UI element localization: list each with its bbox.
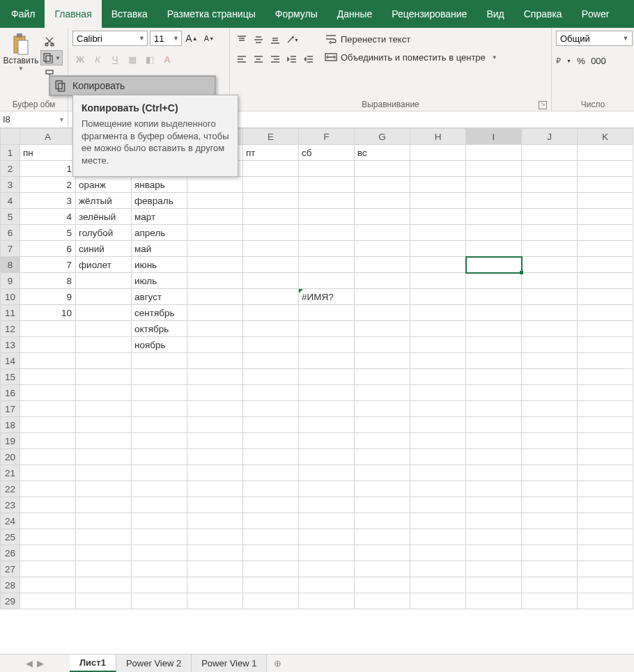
cell[interactable] bbox=[466, 161, 522, 177]
row-header[interactable]: 4 bbox=[1, 193, 20, 209]
cell[interactable]: #ИМЯ? bbox=[299, 289, 355, 305]
cell[interactable] bbox=[410, 465, 466, 481]
cell[interactable] bbox=[243, 337, 299, 353]
cell[interactable] bbox=[187, 273, 243, 289]
cell[interactable] bbox=[76, 577, 132, 593]
cell[interactable] bbox=[578, 289, 633, 305]
cell[interactable] bbox=[466, 177, 522, 193]
increase-font-button[interactable]: A▲ bbox=[184, 31, 199, 46]
cell[interactable]: 8 bbox=[20, 273, 76, 289]
cell[interactable] bbox=[299, 529, 355, 545]
cell[interactable] bbox=[355, 337, 410, 353]
cell[interactable]: оранж bbox=[76, 177, 132, 193]
cell[interactable] bbox=[20, 369, 76, 385]
cell[interactable] bbox=[187, 193, 243, 209]
column-header[interactable]: A bbox=[20, 129, 76, 145]
cell[interactable] bbox=[132, 401, 187, 417]
cell[interactable] bbox=[578, 225, 633, 241]
cell[interactable] bbox=[522, 401, 578, 417]
cell[interactable] bbox=[187, 481, 243, 497]
cell[interactable] bbox=[187, 353, 243, 369]
cell[interactable] bbox=[187, 545, 243, 561]
cell[interactable] bbox=[243, 449, 299, 465]
cell[interactable] bbox=[76, 497, 132, 513]
cell[interactable] bbox=[522, 321, 578, 337]
cell[interactable] bbox=[466, 401, 522, 417]
row-header[interactable]: 11 bbox=[1, 305, 20, 321]
cell[interactable] bbox=[132, 593, 187, 609]
number-format-input[interactable] bbox=[560, 32, 620, 45]
row-header[interactable]: 29 bbox=[1, 593, 20, 609]
cell[interactable] bbox=[410, 497, 466, 513]
sheet-nav-next-icon[interactable]: ▶ bbox=[37, 658, 44, 669]
cell[interactable] bbox=[578, 497, 633, 513]
cell[interactable] bbox=[76, 289, 132, 305]
worksheet-grid[interactable]: ABCDEFGHIJK1пнптсбвс2132оранжянварь43жёл… bbox=[0, 128, 634, 609]
cell[interactable] bbox=[187, 337, 243, 353]
cell[interactable] bbox=[522, 353, 578, 369]
cell[interactable] bbox=[466, 257, 522, 273]
cell[interactable] bbox=[20, 401, 76, 417]
cell[interactable] bbox=[522, 449, 578, 465]
row-header[interactable]: 13 bbox=[1, 337, 20, 353]
cell[interactable]: апрель bbox=[132, 225, 187, 241]
tab-help[interactable]: Справка bbox=[514, 0, 572, 28]
cell[interactable] bbox=[243, 465, 299, 481]
row-header[interactable]: 24 bbox=[1, 513, 20, 529]
cell[interactable] bbox=[578, 177, 633, 193]
cell[interactable] bbox=[410, 145, 466, 161]
cell[interactable] bbox=[522, 369, 578, 385]
cell[interactable]: сб bbox=[299, 145, 355, 161]
cell[interactable] bbox=[466, 321, 522, 337]
merge-center-button[interactable]: Объединить и поместить в центре ▼ bbox=[323, 50, 502, 64]
cell[interactable] bbox=[410, 433, 466, 449]
underline-button[interactable]: Ч bbox=[107, 52, 123, 67]
border-button[interactable]: ▦ bbox=[125, 52, 140, 67]
add-sheet-button[interactable]: ⊕ bbox=[267, 655, 288, 672]
cell[interactable] bbox=[410, 257, 466, 273]
column-header[interactable]: I bbox=[466, 129, 522, 145]
tab-formulas[interactable]: Формулы bbox=[265, 0, 327, 28]
cell[interactable] bbox=[299, 257, 355, 273]
cell[interactable] bbox=[355, 209, 410, 225]
cell[interactable] bbox=[299, 337, 355, 353]
font-name-input[interactable] bbox=[77, 32, 137, 45]
cell[interactable] bbox=[20, 385, 76, 401]
row-header[interactable]: 10 bbox=[1, 289, 20, 305]
cell[interactable] bbox=[466, 433, 522, 449]
bold-button[interactable]: Ж bbox=[72, 52, 88, 67]
row-header[interactable]: 8 bbox=[1, 257, 20, 273]
cell[interactable] bbox=[243, 593, 299, 609]
row-header[interactable]: 20 bbox=[1, 449, 20, 465]
cell[interactable]: май bbox=[132, 241, 187, 257]
row-header[interactable]: 27 bbox=[1, 561, 20, 577]
tab-page-layout[interactable]: Разметка страницы bbox=[157, 0, 265, 28]
cell[interactable] bbox=[243, 289, 299, 305]
cell[interactable] bbox=[355, 577, 410, 593]
cell[interactable] bbox=[466, 465, 522, 481]
cell[interactable] bbox=[243, 369, 299, 385]
row-header[interactable]: 12 bbox=[1, 321, 20, 337]
cell[interactable]: жёлтый bbox=[76, 193, 132, 209]
cell[interactable] bbox=[466, 193, 522, 209]
cell[interactable]: фиолет bbox=[76, 257, 132, 273]
column-header[interactable]: E bbox=[243, 129, 299, 145]
chevron-down-icon[interactable]: ▼ bbox=[138, 35, 146, 42]
cell[interactable] bbox=[299, 161, 355, 177]
chevron-down-icon[interactable]: ▼ bbox=[59, 116, 65, 123]
cell[interactable] bbox=[132, 433, 187, 449]
cell[interactable] bbox=[355, 401, 410, 417]
sheet-tab[interactable]: Лист1 bbox=[70, 655, 116, 672]
cell[interactable] bbox=[187, 401, 243, 417]
cell[interactable] bbox=[187, 289, 243, 305]
cell[interactable] bbox=[299, 513, 355, 529]
cell[interactable] bbox=[466, 417, 522, 433]
cell[interactable] bbox=[243, 225, 299, 241]
cell[interactable] bbox=[76, 321, 132, 337]
cell[interactable] bbox=[578, 145, 633, 161]
cell[interactable] bbox=[187, 561, 243, 577]
cell[interactable] bbox=[243, 353, 299, 369]
cell[interactable] bbox=[132, 497, 187, 513]
cell[interactable] bbox=[466, 289, 522, 305]
cell[interactable] bbox=[299, 177, 355, 193]
